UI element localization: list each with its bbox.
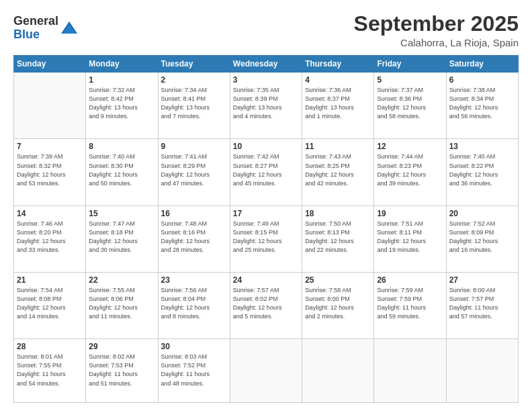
day-number: 23 xyxy=(161,275,227,285)
day-info: Sunrise: 7:35 AMSunset: 8:39 PMDaylight:… xyxy=(233,86,299,121)
day-info: Sunrise: 7:34 AMSunset: 8:41 PMDaylight:… xyxy=(161,86,227,121)
day-info: Sunrise: 7:39 AMSunset: 8:32 PMDaylight:… xyxy=(17,152,83,187)
day-number: 15 xyxy=(89,209,154,218)
day-number: 18 xyxy=(305,209,371,218)
day-number: 10 xyxy=(233,142,299,151)
table-row: 22Sunrise: 7:55 AMSunset: 8:06 PMDayligh… xyxy=(86,273,158,339)
table-row: 24Sunrise: 7:57 AMSunset: 8:02 PMDayligh… xyxy=(230,273,302,339)
table-row: 10Sunrise: 7:42 AMSunset: 8:27 PMDayligh… xyxy=(230,139,302,205)
table-row: 16Sunrise: 7:48 AMSunset: 8:16 PMDayligh… xyxy=(158,205,230,272)
day-number: 13 xyxy=(449,142,515,151)
day-number: 29 xyxy=(89,342,154,351)
day-number: 22 xyxy=(89,275,154,285)
table-row: 28Sunrise: 8:01 AMSunset: 7:55 PMDayligh… xyxy=(14,339,86,403)
table-row xyxy=(374,339,446,403)
title-block: September 2025 Calahorra, La Rioja, Spai… xyxy=(354,12,519,48)
table-row xyxy=(230,339,302,403)
day-info: Sunrise: 7:40 AMSunset: 8:30 PMDaylight:… xyxy=(89,152,154,187)
page: General Blue September 2025 Calahorra, L… xyxy=(0,0,532,411)
table-row: 29Sunrise: 8:02 AMSunset: 7:53 PMDayligh… xyxy=(86,339,158,403)
header: General Blue September 2025 Calahorra, L… xyxy=(13,12,519,48)
day-number: 4 xyxy=(305,75,371,85)
day-info: Sunrise: 7:45 AMSunset: 8:22 PMDaylight:… xyxy=(449,152,515,187)
day-info: Sunrise: 7:42 AMSunset: 8:27 PMDaylight:… xyxy=(233,152,299,187)
col-saturday: Saturday xyxy=(446,56,518,73)
day-info: Sunrise: 8:03 AMSunset: 7:52 PMDaylight:… xyxy=(161,353,227,387)
day-number: 17 xyxy=(233,209,299,218)
day-number: 20 xyxy=(449,209,515,218)
day-info: Sunrise: 8:01 AMSunset: 7:55 PMDaylight:… xyxy=(17,353,83,387)
col-thursday: Thursday xyxy=(302,56,374,73)
day-info: Sunrise: 8:02 AMSunset: 7:53 PMDaylight:… xyxy=(89,353,154,387)
header-row: Sunday Monday Tuesday Wednesday Thursday… xyxy=(14,56,519,73)
day-info: Sunrise: 7:36 AMSunset: 8:37 PMDaylight:… xyxy=(305,86,371,121)
logo-general: General xyxy=(13,15,58,28)
calendar-table: Sunday Monday Tuesday Wednesday Thursday… xyxy=(13,55,519,403)
table-row: 15Sunrise: 7:47 AMSunset: 8:18 PMDayligh… xyxy=(86,205,158,272)
logo-icon xyxy=(60,19,79,38)
col-sunday: Sunday xyxy=(14,56,86,73)
day-info: Sunrise: 7:49 AMSunset: 8:15 PMDaylight:… xyxy=(233,220,299,255)
day-number: 24 xyxy=(233,275,299,285)
day-number: 12 xyxy=(377,142,443,151)
table-row: 8Sunrise: 7:40 AMSunset: 8:30 PMDaylight… xyxy=(86,139,158,205)
day-number: 16 xyxy=(161,209,227,218)
table-row: 21Sunrise: 7:54 AMSunset: 8:08 PMDayligh… xyxy=(14,273,86,339)
table-row: 14Sunrise: 7:46 AMSunset: 8:20 PMDayligh… xyxy=(14,205,86,272)
table-row: 20Sunrise: 7:52 AMSunset: 8:09 PMDayligh… xyxy=(446,205,518,272)
logo-text: General Blue xyxy=(13,15,58,42)
day-number: 11 xyxy=(305,142,371,151)
table-row xyxy=(446,339,518,403)
table-row: 25Sunrise: 7:58 AMSunset: 8:00 PMDayligh… xyxy=(302,273,374,339)
col-monday: Monday xyxy=(86,56,158,73)
table-row: 5Sunrise: 7:37 AMSunset: 8:36 PMDaylight… xyxy=(374,73,446,139)
day-info: Sunrise: 7:43 AMSunset: 8:25 PMDaylight:… xyxy=(305,152,371,187)
table-row: 12Sunrise: 7:44 AMSunset: 8:23 PMDayligh… xyxy=(374,139,446,205)
day-number: 25 xyxy=(305,275,371,285)
day-info: Sunrise: 7:47 AMSunset: 8:18 PMDaylight:… xyxy=(89,220,154,255)
table-row: 7Sunrise: 7:39 AMSunset: 8:32 PMDaylight… xyxy=(14,139,86,205)
table-row: 11Sunrise: 7:43 AMSunset: 8:25 PMDayligh… xyxy=(302,139,374,205)
day-info: Sunrise: 7:59 AMSunset: 7:59 PMDaylight:… xyxy=(377,286,443,321)
day-info: Sunrise: 7:44 AMSunset: 8:23 PMDaylight:… xyxy=(377,152,443,187)
table-row: 30Sunrise: 8:03 AMSunset: 7:52 PMDayligh… xyxy=(158,339,230,403)
table-row: 18Sunrise: 7:50 AMSunset: 8:13 PMDayligh… xyxy=(302,205,374,272)
day-info: Sunrise: 7:50 AMSunset: 8:13 PMDaylight:… xyxy=(305,220,371,255)
table-row: 9Sunrise: 7:41 AMSunset: 8:29 PMDaylight… xyxy=(158,139,230,205)
day-number: 30 xyxy=(161,342,227,351)
day-number: 3 xyxy=(233,75,299,85)
day-number: 26 xyxy=(377,275,443,285)
table-row: 1Sunrise: 7:32 AMSunset: 8:42 PMDaylight… xyxy=(86,73,158,139)
day-number: 28 xyxy=(17,342,83,351)
day-info: Sunrise: 7:38 AMSunset: 8:34 PMDaylight:… xyxy=(449,86,515,121)
day-number: 8 xyxy=(89,142,154,151)
calendar-subtitle: Calahorra, La Rioja, Spain xyxy=(354,37,519,48)
day-info: Sunrise: 7:57 AMSunset: 8:02 PMDaylight:… xyxy=(233,286,299,321)
day-info: Sunrise: 7:32 AMSunset: 8:42 PMDaylight:… xyxy=(89,86,154,121)
day-info: Sunrise: 7:37 AMSunset: 8:36 PMDaylight:… xyxy=(377,86,443,121)
col-tuesday: Tuesday xyxy=(158,56,230,73)
day-number: 21 xyxy=(17,275,83,285)
table-row xyxy=(302,339,374,403)
table-row: 13Sunrise: 7:45 AMSunset: 8:22 PMDayligh… xyxy=(446,139,518,205)
day-info: Sunrise: 7:46 AMSunset: 8:20 PMDaylight:… xyxy=(17,220,83,255)
table-row: 3Sunrise: 7:35 AMSunset: 8:39 PMDaylight… xyxy=(230,73,302,139)
day-number: 14 xyxy=(17,209,83,218)
table-row: 17Sunrise: 7:49 AMSunset: 8:15 PMDayligh… xyxy=(230,205,302,272)
day-info: Sunrise: 7:52 AMSunset: 8:09 PMDaylight:… xyxy=(449,220,515,255)
table-row xyxy=(14,73,86,139)
day-info: Sunrise: 7:54 AMSunset: 8:08 PMDaylight:… xyxy=(17,286,83,321)
day-info: Sunrise: 7:51 AMSunset: 8:11 PMDaylight:… xyxy=(377,220,443,255)
day-number: 7 xyxy=(17,142,83,151)
table-row: 2Sunrise: 7:34 AMSunset: 8:41 PMDaylight… xyxy=(158,73,230,139)
col-friday: Friday xyxy=(374,56,446,73)
table-row: 19Sunrise: 7:51 AMSunset: 8:11 PMDayligh… xyxy=(374,205,446,272)
logo-blue: Blue xyxy=(13,28,58,42)
day-info: Sunrise: 8:00 AMSunset: 7:57 PMDaylight:… xyxy=(449,286,515,321)
day-info: Sunrise: 7:48 AMSunset: 8:16 PMDaylight:… xyxy=(161,220,227,255)
table-row: 26Sunrise: 7:59 AMSunset: 7:59 PMDayligh… xyxy=(374,273,446,339)
table-row: 6Sunrise: 7:38 AMSunset: 8:34 PMDaylight… xyxy=(446,73,518,139)
day-info: Sunrise: 7:56 AMSunset: 8:04 PMDaylight:… xyxy=(161,286,227,321)
table-row: 23Sunrise: 7:56 AMSunset: 8:04 PMDayligh… xyxy=(158,273,230,339)
day-number: 1 xyxy=(89,75,154,85)
